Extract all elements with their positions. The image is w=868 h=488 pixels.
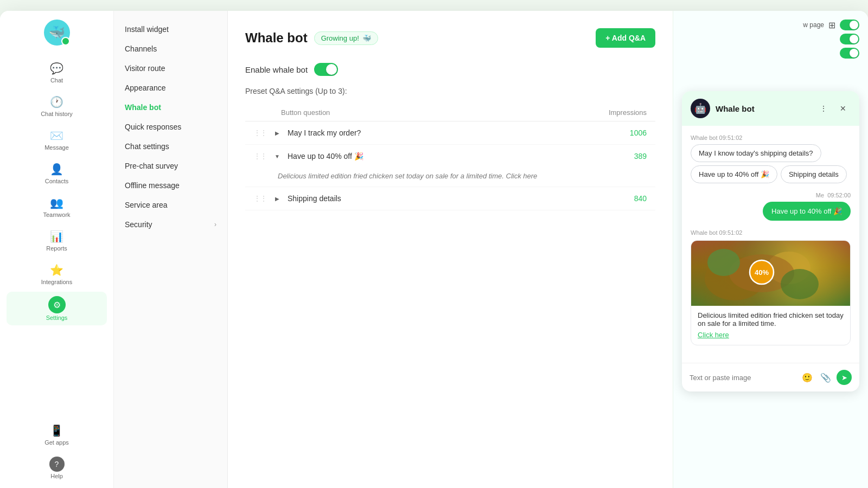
table-row: ⋮⋮ ▼ Have up to 40% off 🎉 389 Delicious … (245, 145, 655, 187)
expand-button-1[interactable]: ▶ (272, 128, 282, 138)
sidebar-offline-message[interactable]: Offline message (114, 176, 227, 195)
chat-bubble-row-1: May I know today's shipping details? (691, 144, 851, 162)
panel-row-text: w page (803, 21, 824, 29)
panel-toggle-1[interactable] (840, 20, 859, 30)
nav-item-label-integrations: Integrations (41, 279, 72, 285)
table-row: ⋮⋮ ▶ May I track my order? 1006 (245, 121, 655, 145)
sidebar-item-message[interactable]: ✉️ Message (7, 124, 107, 155)
attachment-button[interactable]: 📎 (818, 370, 833, 385)
chat-me-time: Me 09:52:00 (691, 192, 851, 198)
expand-button-2[interactable]: ▼ (272, 151, 282, 161)
settings-sidebar: Install widget Channels Visitor route Ap… (114, 11, 228, 488)
sidebar-item-settings[interactable]: ⚙ Settings (7, 292, 107, 325)
sidebar-security[interactable]: Security › (114, 215, 227, 234)
food-svg: 40% (691, 241, 850, 306)
sidebar-service-area[interactable]: Service area (114, 195, 227, 215)
chat-bubble-1[interactable]: May I know today's shipping details? (691, 144, 821, 162)
drag-handle-icon[interactable]: ⋮⋮ (254, 152, 267, 160)
get-apps-icon: 📱 (49, 423, 65, 438)
chat-input-actions: 🙂 📎 ➤ (800, 370, 852, 385)
sidebar-quick-responses[interactable]: Quick responses (114, 117, 227, 137)
chat-bubble-2[interactable]: Have up to 40% off 🎉 (691, 165, 777, 183)
sidebar-channels[interactable]: Channels (114, 39, 227, 59)
sidebar-appearance-label: Appearance (125, 84, 166, 92)
page-badge: Growing up! 🐳 (314, 31, 378, 45)
toggle-knob (326, 64, 337, 75)
sidebar-item-reports[interactable]: 📊 Reports (7, 224, 107, 256)
enable-label: Enable whale bot (245, 65, 308, 74)
table-row: ⋮⋮ ▶ Shipping details 840 (245, 187, 655, 210)
sidebar-chat-settings[interactable]: Chat settings (114, 137, 227, 156)
expand-button-3[interactable]: ▶ (272, 194, 282, 203)
qa-question-1: May I track my order? (288, 129, 576, 137)
chat-history-icon: 🕐 (49, 94, 65, 110)
sidebar-visitor-route[interactable]: Visitor route (114, 59, 227, 78)
col-impressions-header: Impressions (582, 108, 647, 117)
nav-item-label-help: Help (50, 473, 63, 479)
qa-question-2: Have up to 40% off 🎉 (288, 152, 576, 160)
sidebar-item-chat-history[interactable]: 🕐 Chat history (7, 90, 107, 121)
chat-card: 40% Delicious limited edition fried chic… (691, 240, 851, 345)
reports-icon: 📊 (49, 229, 65, 244)
qa-row-main-3: ⋮⋮ ▶ Shipping details 840 (245, 187, 655, 210)
chat-card-link[interactable]: Click here (698, 331, 729, 339)
page-header: Whale bot Growing up! 🐳 + Add Q&A (245, 28, 655, 48)
page-title: Whale bot (245, 30, 308, 46)
app-container: 🐳 💬 Chat 🕐 Chat history ✉️ Message 👤 Con… (0, 11, 868, 488)
chat-card-body: Delicious limited edition fried chicken … (691, 306, 850, 345)
sidebar-item-get-apps[interactable]: 📱 Get apps (7, 419, 107, 450)
badge-text: Growing up! (321, 34, 359, 42)
sidebar-item-chat[interactable]: 💬 Chat (7, 56, 107, 88)
close-chat-button[interactable]: ✕ (835, 101, 851, 116)
app-logo: 🐳 (44, 20, 70, 46)
panel-toggle-2[interactable] (840, 34, 859, 44)
sidebar-item-teamwork[interactable]: 👥 Teamwork (7, 191, 107, 222)
enable-whale-bot-toggle[interactable] (314, 63, 338, 76)
integrations-icon: ⭐ (49, 262, 65, 278)
qa-table-header: Button question Impressions (245, 104, 655, 121)
panel-toggle-row-3 (840, 48, 859, 59)
chat-input-area: 🙂 📎 ➤ (682, 363, 859, 391)
sidebar-item-help[interactable]: ? Help (7, 452, 107, 484)
drag-handle-icon[interactable]: ⋮⋮ (254, 195, 267, 202)
sidebar-install-widget[interactable]: Install widget (114, 20, 227, 39)
sidebar-appearance[interactable]: Appearance (114, 78, 227, 98)
sidebar-item-contacts[interactable]: 👤 Contacts (7, 157, 107, 189)
sender-time-1: 09:51:02 (719, 134, 743, 141)
enable-row: Enable whale bot (245, 63, 655, 76)
chevron-right-icon: › (214, 221, 216, 228)
send-button[interactable]: ➤ (837, 370, 852, 385)
food-image: 40% (691, 241, 850, 306)
chat-icon: 💬 (49, 61, 65, 76)
sidebar-offline-message-label: Offline message (125, 181, 180, 190)
sidebar-item-integrations[interactable]: ⭐ Integrations (7, 258, 107, 290)
svg-text:40%: 40% (755, 268, 769, 277)
chat-bubble-3[interactable]: Shipping details (781, 165, 847, 183)
bot-avatar: 🤖 (691, 99, 710, 118)
chat-message-group-3: Whale bot 09:51:02 (691, 229, 851, 345)
svg-point-3 (707, 249, 740, 276)
col-question-header: Button question (254, 108, 582, 117)
message-icon: ✉️ (49, 128, 65, 143)
panel-toggle-rows: w page ⊞ (682, 20, 859, 59)
panel-toggle-3[interactable] (840, 48, 859, 59)
chat-message-group-1: Whale bot 09:51:02 May I know today's sh… (691, 134, 851, 183)
sender-name-3: Whale bot (691, 229, 718, 236)
sidebar-security-label: Security (125, 220, 152, 229)
add-qa-button[interactable]: + Add Q&A (596, 28, 655, 48)
chat-input[interactable] (690, 374, 795, 382)
sender-time-3: 09:51:02 (719, 229, 743, 236)
emoji-button[interactable]: 🙂 (800, 370, 815, 385)
sidebar-whale-bot[interactable]: Whale bot (114, 98, 227, 117)
sidebar-pre-chat-survey[interactable]: Pre-chat survey (114, 156, 227, 176)
page-title-area: Whale bot Growing up! 🐳 (245, 30, 378, 46)
chat-sender-time-3: Whale bot 09:51:02 (691, 229, 851, 236)
drag-handle-icon[interactable]: ⋮⋮ (254, 129, 267, 137)
sidebar-service-area-label: Service area (125, 201, 168, 209)
help-icon: ? (49, 457, 65, 472)
more-options-button[interactable]: ⋮ (816, 101, 831, 116)
nav-item-label-reports: Reports (46, 245, 67, 252)
settings-icon: ⚙ (48, 296, 66, 313)
chat-window: 🤖 Whale bot ⋮ ✕ Whale bot 09:51:02 May I… (682, 91, 859, 391)
sidebar-chat-settings-label: Chat settings (125, 142, 169, 151)
